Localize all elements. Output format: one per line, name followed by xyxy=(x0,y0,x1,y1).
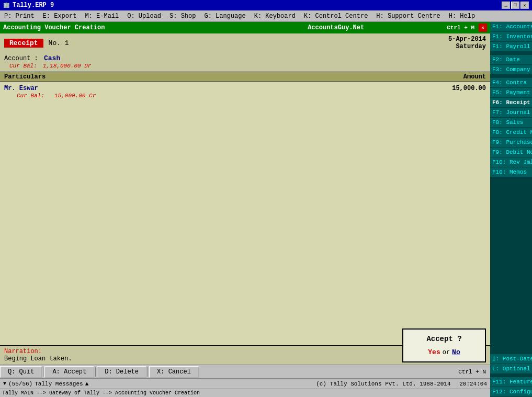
accept-buttons: Yes or No xyxy=(412,348,477,356)
menu-support[interactable]: H: Support Centre xyxy=(372,12,444,21)
sidebar-inventory[interactable]: F1: Inventory Buttons xyxy=(490,32,532,42)
accept-title: Accept ? xyxy=(412,335,477,343)
voucher-type-badge: Receipt xyxy=(4,39,43,48)
menu-language[interactable]: G: Language xyxy=(200,12,250,21)
window-controls: _ □ ✕ xyxy=(502,2,529,9)
or-text: or xyxy=(443,349,450,356)
narration-left: Narration: Beging Loan taken. xyxy=(4,348,377,362)
sep2 xyxy=(95,367,96,377)
sidebar-f2-date[interactable]: F2: Date xyxy=(490,55,532,65)
sidebar-f7-journal[interactable]: F7: Journal xyxy=(490,108,532,118)
account-section: Account : Cash Cur Bal: 1,18,000.00 Dr xyxy=(0,52,490,72)
status-arrow[interactable]: ▲ xyxy=(85,381,89,387)
ctrl-m-label: Ctrl + M xyxy=(447,25,474,31)
path-text: Tally MAIN --> Gateway of Tally --> Acco… xyxy=(2,390,200,396)
sidebar-accounts[interactable]: F1: Accounts Buttons xyxy=(490,22,532,32)
ctrl-n-status: Ctrl + N xyxy=(458,369,490,375)
status-bar: ▼ (55/56) Tally Messages ▲ (c) Tally Sol… xyxy=(0,378,490,389)
minimize-button[interactable]: _ xyxy=(502,2,510,9)
menu-email[interactable]: M: E-Mail xyxy=(81,12,123,21)
sidebar-f9-debit[interactable]: F9: Debit Note xyxy=(490,148,532,157)
delete-button[interactable]: D: Delete xyxy=(97,366,146,378)
close-button[interactable]: ✕ xyxy=(520,2,529,9)
sidebar-f10-memos[interactable]: F10: Memos xyxy=(490,167,532,177)
menu-upload[interactable]: O: Upload xyxy=(123,12,165,21)
accept-button[interactable]: A: Accept xyxy=(44,366,94,378)
sep1 xyxy=(43,367,43,377)
row-name: Mr. Eswar xyxy=(4,85,96,92)
sidebar-optional[interactable]: L: Optional xyxy=(490,364,532,374)
menu-keyboard[interactable]: K: Keyboard xyxy=(250,12,300,21)
narration-section: Narration: Beging Loan taken. Accept ? Y… xyxy=(0,345,490,365)
copyright-text: (c) Tally Solutions Pvt. Ltd. 1988-2014 xyxy=(316,381,450,387)
app-icon: 🏢 xyxy=(3,2,9,8)
main-layout: Accounting Voucher Creation AccountsGuy.… xyxy=(0,22,532,397)
narration-label: Narration: xyxy=(4,348,377,355)
sidebar-f12-configure[interactable]: F12: Configure xyxy=(490,387,532,397)
voucher-no-value: 1 xyxy=(65,39,69,47)
close-x-button[interactable]: ✕ xyxy=(479,24,487,32)
menu-print[interactable]: P: Print xyxy=(0,12,39,21)
col-particulars: Particulars xyxy=(4,73,46,81)
day-value: Saturday xyxy=(448,43,486,50)
bottom-toolbar: Q: Quit A: Accept D: Delete X: Cancel Ct… xyxy=(0,365,490,378)
no-button[interactable]: No xyxy=(452,348,460,356)
sep3 xyxy=(148,367,148,377)
row-particulars: Mr. Eswar Cur Bal: 15,000.00 Cr xyxy=(4,85,96,99)
status-count: (55/56) xyxy=(8,381,32,387)
sidebar-f9-purchase[interactable]: F9: Purchase xyxy=(490,138,532,148)
accept-dialog: Accept ? Yes or No xyxy=(402,328,486,362)
header-bar: Accounting Voucher Creation AccountsGuy.… xyxy=(0,22,490,33)
voucher-no-label: No. xyxy=(49,39,61,47)
row-bal-value: 15,000.00 Cr xyxy=(54,93,96,99)
row-amount: 15,000.00 xyxy=(452,85,486,99)
sidebar-f8-credit[interactable]: F8: Credit Note xyxy=(490,128,532,138)
date-value: 5-Apr-2014 xyxy=(448,36,486,43)
narration-right: Accept ? Yes or No xyxy=(381,348,486,362)
sidebar-postdated[interactable]: I: Post-Dated xyxy=(490,354,532,364)
content-area: Accounting Voucher Creation AccountsGuy.… xyxy=(0,22,490,397)
path-bar: Tally MAIN --> Gateway of Tally --> Acco… xyxy=(0,389,490,397)
cancel-button[interactable]: X: Cancel xyxy=(149,366,199,378)
row-bal-label: Cur Bal: xyxy=(17,93,44,99)
voucher-table: Particulars Amount Mr. Eswar Cur Bal: 15… xyxy=(0,72,490,345)
sidebar-payroll[interactable]: F1: Payroll Buttons xyxy=(490,42,532,52)
menu-help[interactable]: H: Help xyxy=(445,12,479,21)
msg-icon: ▼ xyxy=(3,381,6,387)
status-datetime: 20:24:04 xyxy=(459,381,487,387)
cur-bal-label: Cur Bal: xyxy=(9,63,37,69)
account-balance: 1,18,000.00 Dr xyxy=(43,63,91,69)
menu-bar: P: Print E: Export M: E-Mail O: Upload S… xyxy=(0,10,532,22)
quit-button[interactable]: Q: Quit xyxy=(0,366,42,378)
sidebar-f11-features[interactable]: F11: Features xyxy=(490,377,532,387)
maximize-button[interactable]: □ xyxy=(511,2,519,9)
status-left: ▼ (55/56) Tally Messages ▲ xyxy=(0,381,313,387)
table-header: Particulars Amount xyxy=(0,72,490,82)
sidebar-f5-payment[interactable]: F5: Payment xyxy=(490,88,532,98)
voucher-header: Receipt No. 1 5-Apr-2014 Saturday xyxy=(0,33,490,52)
row-balance-info: Cur Bal: 15,000.00 Cr xyxy=(10,92,96,99)
account-name: Cash xyxy=(44,54,60,62)
menu-control[interactable]: K: Control Centre xyxy=(300,12,372,21)
menu-shop[interactable]: S: Shop xyxy=(165,12,200,21)
voucher-date: 5-Apr-2014 Saturday xyxy=(448,36,486,50)
col-amount: Amount xyxy=(463,73,486,81)
voucher-creation-title: Accounting Voucher Creation xyxy=(3,24,225,31)
account-label: Account : xyxy=(4,55,38,62)
status-time: (c) Tally Solutions Pvt. Ltd. 1988-2014 … xyxy=(313,381,490,387)
voucher-number: No. 1 xyxy=(49,39,69,47)
sidebar-f10-revjml[interactable]: F10: Rev Jml xyxy=(490,157,532,167)
table-row: Mr. Eswar Cur Bal: 15,000.00 Cr 15,000.0… xyxy=(4,84,486,100)
yes-button[interactable]: Yes xyxy=(428,348,440,356)
sidebar-f8-sales[interactable]: F8: Sales xyxy=(490,118,532,128)
website-label: AccountsGuy.Net xyxy=(225,24,447,31)
sidebar-f3-company[interactable]: F3: Company xyxy=(490,65,532,75)
menu-export[interactable]: E: Export xyxy=(39,12,81,21)
narration-text: Beging Loan taken. xyxy=(4,355,377,362)
table-body: Mr. Eswar Cur Bal: 15,000.00 Cr 15,000.0… xyxy=(0,82,490,345)
sidebar-f6-receipt[interactable]: F6: Receipt xyxy=(490,98,532,108)
sidebar-f4-contra[interactable]: F4: Contra xyxy=(490,78,532,88)
sidebar-spacer xyxy=(490,177,532,354)
app-title: Tally.ERP 9 xyxy=(13,2,54,9)
right-sidebar: F1: Accounts Buttons F1: Inventory Butto… xyxy=(490,22,532,397)
